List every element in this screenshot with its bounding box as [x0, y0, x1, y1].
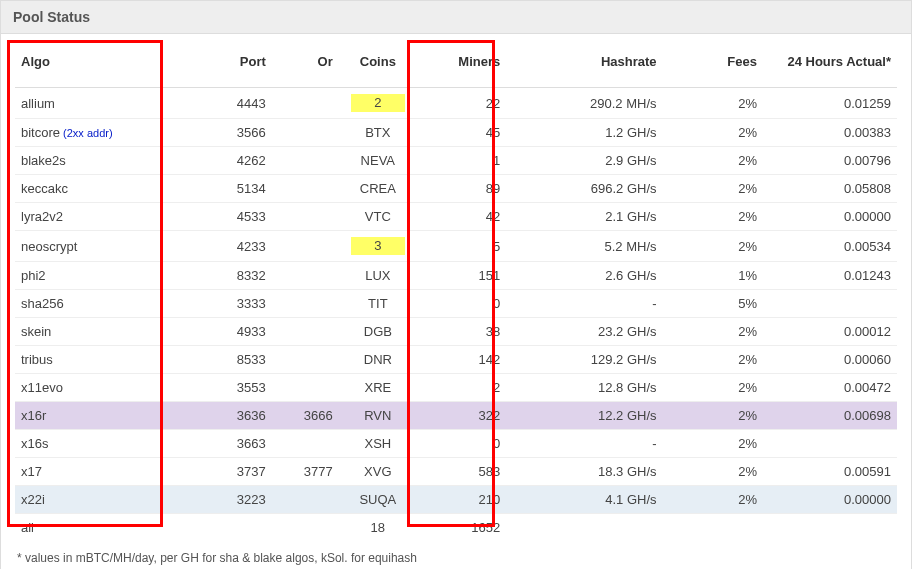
algo-link[interactable]: tribus — [21, 352, 53, 367]
cell-algo: lyra2v2 — [15, 203, 205, 231]
cell-fees: 2% — [663, 374, 763, 402]
algo-link[interactable]: sha256 — [21, 296, 64, 311]
table-row[interactable]: phi28332LUX1512.6 GH/s1%0.01243 — [15, 262, 897, 290]
algo-link[interactable]: lyra2v2 — [21, 209, 63, 224]
table-row[interactable]: x16r36363666RVN32212.2 GH/s2%0.00698 — [15, 402, 897, 430]
cell-coins: NEVA — [339, 147, 417, 175]
algo-link[interactable]: x16s — [21, 436, 48, 451]
algo-link[interactable]: x11evo — [21, 380, 63, 395]
cell-port: 3553 — [205, 374, 272, 402]
cell-coins: RVN — [339, 402, 417, 430]
cell-algo: allium — [15, 88, 205, 119]
cell-fees: 2% — [663, 119, 763, 147]
cell-port — [205, 514, 272, 542]
cell-miners: 89 — [417, 175, 506, 203]
table-row[interactable]: skein4933DGB3823.2 GH/s2%0.00012 — [15, 318, 897, 346]
algo-link[interactable]: allium — [21, 96, 55, 111]
algo-note: (2xx addr) — [60, 127, 113, 139]
table-row[interactable]: tribus8533DNR142129.2 GH/s2%0.00060 — [15, 346, 897, 374]
header-row: Algo Port Or Coins Miners Hashrate Fees … — [15, 44, 897, 88]
cell-port: 4233 — [205, 231, 272, 262]
cell-actual: 0.01243 — [763, 262, 897, 290]
cell-coins: 18 — [339, 514, 417, 542]
cell-miners: 2 — [417, 374, 506, 402]
cell-fees: 2% — [663, 318, 763, 346]
algo-link[interactable]: x16r — [21, 408, 46, 423]
cell-hashrate: 2.9 GH/s — [506, 147, 662, 175]
algo-link[interactable]: x17 — [21, 464, 42, 479]
cell-or — [272, 231, 339, 262]
cell-or — [272, 203, 339, 231]
cell-miners: 583 — [417, 458, 506, 486]
cell-port: 3636 — [205, 402, 272, 430]
cell-hashrate: 4.1 GH/s — [506, 486, 662, 514]
cell-hashrate: - — [506, 290, 662, 318]
cell-port: 3737 — [205, 458, 272, 486]
table-row[interactable]: neoscrypt4233355.2 MH/s2%0.00534 — [15, 231, 897, 262]
cell-or — [272, 374, 339, 402]
algo-link[interactable]: phi2 — [21, 268, 46, 283]
col-miners[interactable]: Miners — [417, 44, 506, 88]
cell-or — [272, 147, 339, 175]
col-hashrate[interactable]: Hashrate — [506, 44, 662, 88]
cell-coins: XSH — [339, 430, 417, 458]
cell-coins: DGB — [339, 318, 417, 346]
cell-fees: 2% — [663, 88, 763, 119]
algo-link[interactable]: skein — [21, 324, 51, 339]
table-row[interactable]: keccakc5134CREA89696.2 GH/s2%0.05808 — [15, 175, 897, 203]
table-row[interactable]: blake2s4262NEVA12.9 GH/s2%0.00796 — [15, 147, 897, 175]
cell-actual: 0.00000 — [763, 203, 897, 231]
cell-coins: XVG — [339, 458, 417, 486]
cell-or — [272, 175, 339, 203]
cell-fees: 2% — [663, 175, 763, 203]
cell-fees: 5% — [663, 290, 763, 318]
cell-or — [272, 346, 339, 374]
cell-miners: 210 — [417, 486, 506, 514]
cell-fees: 2% — [663, 430, 763, 458]
table-row[interactable]: x1737373777XVG58318.3 GH/s2%0.00591 — [15, 458, 897, 486]
algo-link[interactable]: keccakc — [21, 181, 68, 196]
cell-fees — [663, 514, 763, 542]
table-row[interactable]: sha2563333TIT0-5% — [15, 290, 897, 318]
cell-coins: LUX — [339, 262, 417, 290]
cell-or — [272, 119, 339, 147]
cell-actual: 0.00534 — [763, 231, 897, 262]
cell-hashrate: 2.6 GH/s — [506, 262, 662, 290]
table-row[interactable]: x11evo3553XRE212.8 GH/s2%0.00472 — [15, 374, 897, 402]
table-row[interactable]: x22i3223SUQA2104.1 GH/s2%0.00000 — [15, 486, 897, 514]
col-or[interactable]: Or — [272, 44, 339, 88]
panel-body: Algo Port Or Coins Miners Hashrate Fees … — [1, 34, 911, 569]
cell-coins: 2 — [339, 88, 417, 119]
col-coins[interactable]: Coins — [339, 44, 417, 88]
cell-actual: 0.00383 — [763, 119, 897, 147]
cell-algo: x16r — [15, 402, 205, 430]
algo-link[interactable]: x22i — [21, 492, 45, 507]
cell-actual: 0.00000 — [763, 486, 897, 514]
cell-or — [272, 514, 339, 542]
cell-actual: 0.00698 — [763, 402, 897, 430]
cell-port: 3333 — [205, 290, 272, 318]
col-actual[interactable]: 24 Hours Actual* — [763, 44, 897, 88]
col-algo[interactable]: Algo — [15, 44, 205, 88]
cell-miners: 142 — [417, 346, 506, 374]
algo-link[interactable]: blake2s — [21, 153, 66, 168]
table-row[interactable]: allium4443222290.2 MH/s2%0.01259 — [15, 88, 897, 119]
cell-or — [272, 290, 339, 318]
algo-link[interactable]: neoscrypt — [21, 239, 77, 254]
table-row[interactable]: x16s3663XSH0-2% — [15, 430, 897, 458]
cell-hashrate — [506, 514, 662, 542]
algo-link[interactable]: bitcore — [21, 125, 60, 140]
cell-port: 3663 — [205, 430, 272, 458]
cell-actual: 0.00060 — [763, 346, 897, 374]
table-row[interactable]: lyra2v24533VTC422.1 GH/s2%0.00000 — [15, 203, 897, 231]
cell-hashrate: 696.2 GH/s — [506, 175, 662, 203]
coins-highlight: 2 — [351, 94, 405, 112]
col-port[interactable]: Port — [205, 44, 272, 88]
cell-port: 4262 — [205, 147, 272, 175]
cell-coins: TIT — [339, 290, 417, 318]
cell-coins: SUQA — [339, 486, 417, 514]
cell-coins: DNR — [339, 346, 417, 374]
cell-or: 3666 — [272, 402, 339, 430]
table-row[interactable]: bitcore (2xx addr)3566BTX451.2 GH/s2%0.0… — [15, 119, 897, 147]
col-fees[interactable]: Fees — [663, 44, 763, 88]
